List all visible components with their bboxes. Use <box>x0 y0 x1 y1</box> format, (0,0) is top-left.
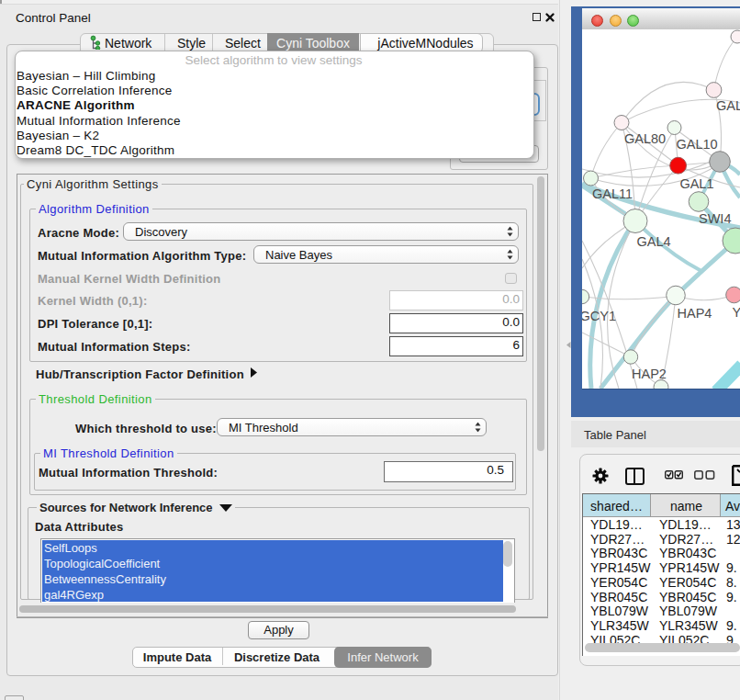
svg-text:HAP4: HAP4 <box>678 306 712 321</box>
svg-text:GAL4: GAL4 <box>637 234 671 249</box>
svg-text:GAL10: GAL10 <box>677 137 718 152</box>
svg-text:GAL1: GAL1 <box>679 176 713 191</box>
svg-text:GAL80: GAL80 <box>624 131 666 146</box>
svg-text:Y: Y <box>733 305 740 320</box>
svg-text:GAL7: GAL7 <box>716 98 740 113</box>
svg-text:SWI4: SWI4 <box>699 211 731 226</box>
svg-text:HAP2: HAP2 <box>632 367 667 381</box>
svg-text:GCY1: GCY1 <box>582 309 616 323</box>
svg-text:GAL11: GAL11 <box>592 186 633 201</box>
